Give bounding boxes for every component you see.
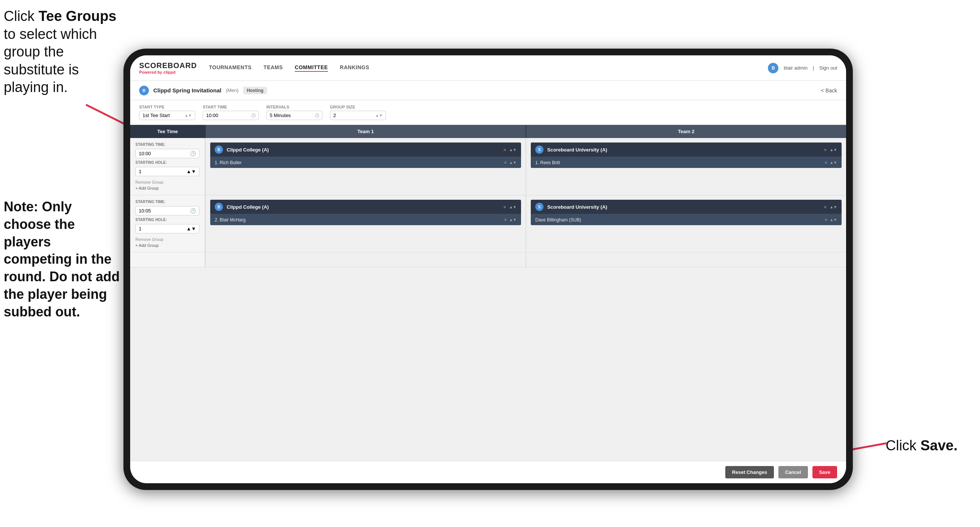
starting-hole-arrows-1: ▲▼ xyxy=(186,169,196,174)
team2-arrows-1[interactable]: ▲▼ xyxy=(830,148,837,152)
add-group-btn-2[interactable]: + Add Group xyxy=(135,243,199,248)
remove-group-btn-1[interactable]: Remove Group xyxy=(135,180,199,185)
nav-rankings[interactable]: RANKINGS xyxy=(340,64,369,72)
player-remove-2-1[interactable]: × xyxy=(504,217,507,223)
starting-time-input-2[interactable]: 10:05 🕐 xyxy=(135,206,199,215)
team1-card-1[interactable]: B Clippd College (A) × ▲▼ 1. Rich Butler xyxy=(210,143,521,168)
nav-right: B blair admin | Sign out xyxy=(768,63,837,73)
team2-controls-2: × ▲▼ xyxy=(824,204,837,210)
remove-group-btn-2[interactable]: Remove Group xyxy=(135,237,199,242)
team2-card-header-1: S Scoreboard University (A) × ▲▼ xyxy=(531,143,842,157)
team2-card-1[interactable]: S Scoreboard University (A) × ▲▼ 1. Rees… xyxy=(531,143,842,168)
teams-area-2: B Clippd College (A) × ▲▼ 2. Blair McHar… xyxy=(205,195,846,252)
team1-header-left-2: B Clippd College (A) xyxy=(215,203,269,211)
starting-time-clock-1: 🕐 xyxy=(190,151,196,156)
player-arrows-1-2[interactable]: ▲▼ xyxy=(830,161,837,165)
user-name: blair admin xyxy=(784,65,808,71)
player-name-1-2: 1. Rees Britt xyxy=(535,160,560,165)
instruction-bottom-text: Note: Only choose the players competing … xyxy=(4,199,120,319)
start-time-value: 10:00 xyxy=(206,113,218,118)
team1-arrows-2[interactable]: ▲▼ xyxy=(509,205,517,209)
start-type-group: Start Type 1st Tee Start ▲▼ xyxy=(139,105,195,120)
starting-time-value-2: 10:05 xyxy=(139,208,151,213)
click-save-label: Click Save. xyxy=(886,438,958,454)
col-header-team1: Team 1 xyxy=(205,125,525,138)
logo-area: SCOREBOARD Powered by clippd xyxy=(139,61,197,75)
team2-col-2: S Scoreboard University (A) × ▲▼ Dave Bi… xyxy=(525,195,846,252)
intervals-value: 5 Minutes xyxy=(270,113,291,118)
team1-remove-1[interactable]: × xyxy=(503,147,506,153)
team2-col-1: S Scoreboard University (A) × ▲▼ 1. Rees… xyxy=(525,138,846,195)
sign-out-link[interactable]: Sign out xyxy=(819,65,837,71)
start-type-input[interactable]: 1st Tee Start ▲▼ xyxy=(139,111,195,120)
team1-name-2: Clippd College (A) xyxy=(227,204,269,210)
start-type-arrows: ▲▼ xyxy=(185,113,192,118)
player-controls-2-2: × ▲▼ xyxy=(825,217,837,223)
starting-time-input-1[interactable]: 10:00 🕐 xyxy=(135,149,199,158)
team1-arrows-1[interactable]: ▲▼ xyxy=(509,148,517,152)
team2-icon-1: S xyxy=(535,145,544,154)
player-arrows-2-2[interactable]: ▲▼ xyxy=(830,218,837,222)
breadcrumb-left: B Clippd Spring Invitational (Men) Hosti… xyxy=(139,86,267,96)
starting-hole-input-2[interactable]: 1 ▲▼ xyxy=(135,224,199,233)
team1-controls-1: × ▲▼ xyxy=(503,147,517,153)
group-row-1: STARTING TIME: 10:00 🕐 STARTING HOLE: 1 … xyxy=(130,138,846,195)
team2-name-1: Scoreboard University (A) xyxy=(547,147,607,153)
start-time-input[interactable]: 10:00 🕐 xyxy=(203,111,259,120)
team2-remove-1[interactable]: × xyxy=(824,147,827,153)
player-name-2-1: 2. Blair McHarg xyxy=(215,217,246,223)
intervals-input[interactable]: 5 Minutes 🕐 xyxy=(266,111,323,120)
footer-bar: Reset Changes Cancel Save xyxy=(130,461,846,483)
player-remove-2-2[interactable]: × xyxy=(825,217,828,223)
group-size-group: Group Size 2 ▲▼ xyxy=(330,105,386,120)
breadcrumb-subtitle: (Men) xyxy=(226,88,239,93)
tee-actions-1: Remove Group + Add Group xyxy=(135,180,199,190)
group-size-input[interactable]: 2 ▲▼ xyxy=(330,111,386,120)
group-size-arrows: ▲▼ xyxy=(375,113,383,118)
breadcrumb-bar: B Clippd Spring Invitational (Men) Hosti… xyxy=(130,81,846,100)
player-remove-1-1[interactable]: × xyxy=(504,160,507,165)
team2-header-left-1: S Scoreboard University (A) xyxy=(535,145,607,154)
starting-hole-label-2: STARTING HOLE: xyxy=(135,218,199,222)
player-arrows-2-1[interactable]: ▲▼ xyxy=(509,218,517,222)
col-headers: Tee Time Team 1 Team 2 xyxy=(130,125,846,138)
logo-scoreboard: SCOREBOARD xyxy=(139,61,197,70)
team1-controls-2: × ▲▼ xyxy=(503,204,517,210)
team2-card-2[interactable]: S Scoreboard University (A) × ▲▼ Dave Bi… xyxy=(531,200,842,225)
team1-icon-1: B xyxy=(215,145,223,154)
player-remove-1-2[interactable]: × xyxy=(825,160,828,165)
back-link[interactable]: < Back xyxy=(821,88,837,94)
team1-card-2[interactable]: B Clippd College (A) × ▲▼ 2. Blair McHar… xyxy=(210,200,521,225)
save-button[interactable]: Save xyxy=(813,466,837,478)
team2-arrows-2[interactable]: ▲▼ xyxy=(830,205,837,209)
main-content: STARTING TIME: 10:00 🕐 STARTING HOLE: 1 … xyxy=(130,138,846,461)
add-group-btn-1[interactable]: + Add Group xyxy=(135,186,199,190)
tee-time-col-1: STARTING TIME: 10:00 🕐 STARTING HOLE: 1 … xyxy=(130,138,205,195)
player-row-2-1: 2. Blair McHarg × ▲▼ xyxy=(210,214,521,225)
team2-remove-2[interactable]: × xyxy=(824,204,827,210)
save-bold-label: Save. xyxy=(921,438,958,453)
nav-teams[interactable]: TEAMS xyxy=(264,64,283,72)
nav-tournaments[interactable]: TOURNAMENTS xyxy=(209,64,251,72)
starting-hole-arrows-2: ▲▼ xyxy=(186,226,196,231)
nav-separator: | xyxy=(813,65,814,71)
settings-row: Start Type 1st Tee Start ▲▼ Start Time 1… xyxy=(130,100,846,125)
start-type-value: 1st Tee Start xyxy=(143,113,170,118)
teams-area-1: B Clippd College (A) × ▲▼ 1. Rich Butler xyxy=(205,138,846,195)
cancel-button[interactable]: Cancel xyxy=(778,466,808,478)
breadcrumb-icon: B xyxy=(139,86,149,96)
reset-changes-button[interactable]: Reset Changes xyxy=(725,466,774,478)
tablet-frame: SCOREBOARD Powered by clippd TOURNAMENTS… xyxy=(123,49,853,490)
starting-time-value-1: 10:00 xyxy=(139,151,151,156)
team2-icon-2: S xyxy=(535,203,544,211)
player-arrows-1-1[interactable]: ▲▼ xyxy=(509,161,517,165)
col-header-team2: Team 2 xyxy=(525,125,846,138)
starting-hole-value-1: 1 xyxy=(139,169,142,174)
start-time-clock-icon: 🕐 xyxy=(251,113,256,118)
logo-brand: clippd xyxy=(164,70,175,75)
starting-hole-input-1[interactable]: 1 ▲▼ xyxy=(135,167,199,176)
player-controls-1-2: × ▲▼ xyxy=(825,160,837,165)
team1-remove-2[interactable]: × xyxy=(503,204,506,210)
nav-committee[interactable]: COMMITTEE xyxy=(295,64,328,72)
instruction-top: Click Tee Groups to select which group t… xyxy=(4,8,120,97)
